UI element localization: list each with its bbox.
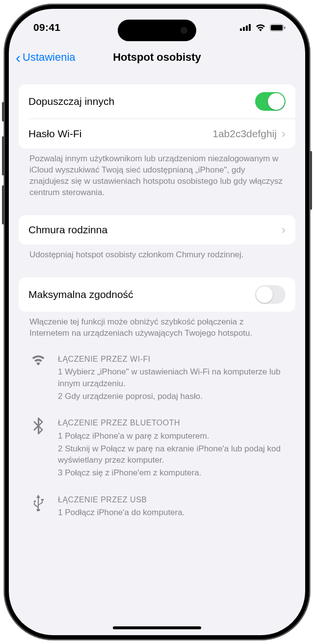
wifi-instructions: ŁĄCZENIE PRZEZ WI-FI 1 Wybierz „iPhone" … — [29, 354, 285, 403]
family-sharing-label: Chmura rodzinna — [28, 224, 107, 236]
svg-rect-5 — [271, 25, 283, 30]
usb-icon — [29, 495, 47, 520]
max-compat-switch[interactable] — [255, 285, 286, 304]
bluetooth-title: ŁĄCZENIE PRZEZ BLUETOOTH — [58, 418, 285, 428]
max-compat-footer: Włączenie tej funkcji może obniżyć szybk… — [19, 312, 295, 339]
svg-rect-2 — [246, 25, 248, 31]
group-compat: Maksymalna zgodność — [19, 277, 295, 312]
chevron-right-icon: › — [282, 223, 286, 237]
back-button[interactable]: ‹ Ustawienia — [16, 51, 76, 64]
bluetooth-step-2: 2 Stuknij w Połącz w parę na ekranie iPh… — [58, 443, 285, 467]
usb-title: ŁĄCZENIE PRZEZ USB — [58, 495, 285, 505]
chevron-right-icon: › — [282, 127, 286, 141]
cellular-icon — [240, 24, 251, 31]
bluetooth-instructions: ŁĄCZENIE PRZEZ BLUETOOTH 1 Połącz iPhone… — [29, 418, 285, 480]
chevron-left-icon: ‹ — [16, 52, 21, 63]
wifi-icon — [29, 354, 47, 403]
status-time: 09:41 — [33, 22, 60, 33]
phone-screen: 09:41 ‹ Ustawienia Hotspot osobisty Dopu… — [9, 9, 305, 635]
wifi-icon — [255, 24, 266, 31]
phone-frame: 09:41 ‹ Ustawienia Hotspot osobisty Dopu… — [4, 4, 310, 640]
allow-others-label: Dopuszczaj innych — [28, 96, 114, 107]
allow-others-row[interactable]: Dopuszczaj innych — [19, 84, 295, 119]
bluetooth-step-1: 1 Połącz iPhone'a w parę z komputerem. — [58, 430, 285, 442]
svg-rect-0 — [240, 28, 242, 31]
usb-step-1: 1 Podłącz iPhone'a do komputera. — [58, 507, 285, 519]
bluetooth-icon — [29, 418, 47, 480]
power-button — [310, 151, 312, 210]
allow-others-switch[interactable] — [255, 92, 286, 111]
wifi-step-1: 1 Wybierz „iPhone" w ustawieniach Wi-Fi … — [58, 366, 285, 390]
nav-bar: ‹ Ustawienia Hotspot osobisty — [9, 46, 305, 75]
wifi-title: ŁĄCZENIE PRZEZ WI-FI — [58, 354, 285, 365]
family-sharing-row[interactable]: Chmura rodzinna › — [19, 215, 295, 245]
volume-up-button — [2, 136, 4, 175]
wifi-password-row[interactable]: Hasło Wi-Fi 1ab2c3defghij › — [28, 119, 295, 149]
svg-rect-6 — [284, 26, 286, 29]
usb-instructions: ŁĄCZENIE PRZEZ USB 1 Podłącz iPhone'a do… — [29, 495, 285, 520]
battery-icon — [270, 24, 286, 31]
content: Dopuszczaj innych Hasło Wi-Fi 1ab2c3defg… — [9, 84, 305, 520]
max-compat-row[interactable]: Maksymalna zgodność — [19, 277, 295, 312]
page-title: Hotspot osobisty — [113, 51, 201, 64]
dynamic-island — [118, 20, 196, 41]
wifi-step-2: 2 Gdy urządzenie poprosi, podaj hasło. — [58, 391, 285, 402]
home-indicator[interactable] — [113, 626, 201, 629]
volume-down-button — [2, 185, 4, 224]
allow-others-footer: Pozwalaj innym użytkownikom lub urządzen… — [19, 149, 295, 198]
family-sharing-footer: Udostępniaj hotspot osobisty członkom Ch… — [19, 245, 295, 261]
max-compat-label: Maksymalna zgodność — [28, 289, 133, 300]
side-button — [2, 102, 4, 122]
wifi-password-value: 1ab2c3defghij — [212, 128, 277, 140]
bluetooth-step-3: 3 Połącz się z iPhone'em z komputera. — [58, 467, 285, 479]
group-family: Chmura rodzinna › — [19, 215, 295, 245]
instructions: ŁĄCZENIE PRZEZ WI-FI 1 Wybierz „iPhone" … — [19, 339, 295, 520]
svg-rect-1 — [243, 27, 245, 31]
back-label: Ustawienia — [23, 51, 76, 64]
status-icons — [240, 24, 286, 31]
svg-rect-3 — [249, 24, 251, 31]
group-allow-others: Dopuszczaj innych Hasło Wi-Fi 1ab2c3defg… — [19, 84, 295, 149]
wifi-password-label: Hasło Wi-Fi — [28, 128, 82, 140]
